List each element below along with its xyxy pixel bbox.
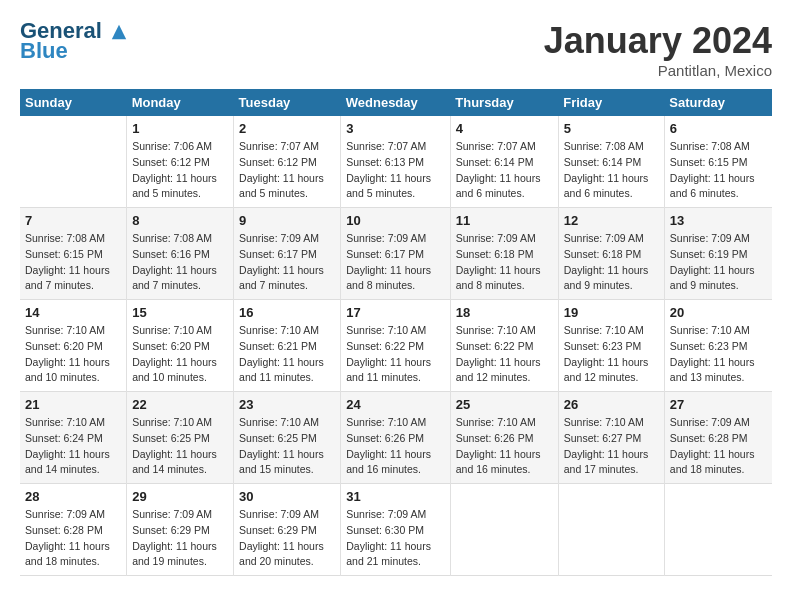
calendar-cell [20,116,127,208]
day-number: 10 [346,213,444,228]
day-number: 7 [25,213,121,228]
calendar-cell: 1Sunrise: 7:06 AMSunset: 6:12 PMDaylight… [127,116,234,208]
day-number: 17 [346,305,444,320]
calendar-cell: 2Sunrise: 7:07 AMSunset: 6:12 PMDaylight… [234,116,341,208]
day-number: 1 [132,121,228,136]
day-number: 3 [346,121,444,136]
weekday-header: Saturday [664,89,772,116]
day-number: 29 [132,489,228,504]
day-info: Sunrise: 7:10 AMSunset: 6:25 PMDaylight:… [239,415,335,478]
day-info: Sunrise: 7:06 AMSunset: 6:12 PMDaylight:… [132,139,228,202]
calendar-cell: 28Sunrise: 7:09 AMSunset: 6:28 PMDayligh… [20,484,127,576]
day-number: 4 [456,121,553,136]
day-number: 18 [456,305,553,320]
day-info: Sunrise: 7:10 AMSunset: 6:21 PMDaylight:… [239,323,335,386]
calendar-cell: 22Sunrise: 7:10 AMSunset: 6:25 PMDayligh… [127,392,234,484]
day-number: 21 [25,397,121,412]
day-number: 11 [456,213,553,228]
day-info: Sunrise: 7:10 AMSunset: 6:22 PMDaylight:… [346,323,444,386]
calendar-cell: 11Sunrise: 7:09 AMSunset: 6:18 PMDayligh… [450,208,558,300]
calendar-cell: 27Sunrise: 7:09 AMSunset: 6:28 PMDayligh… [664,392,772,484]
calendar-week-row: 28Sunrise: 7:09 AMSunset: 6:28 PMDayligh… [20,484,772,576]
day-info: Sunrise: 7:09 AMSunset: 6:30 PMDaylight:… [346,507,444,570]
day-info: Sunrise: 7:09 AMSunset: 6:29 PMDaylight:… [132,507,228,570]
calendar-cell: 9Sunrise: 7:09 AMSunset: 6:17 PMDaylight… [234,208,341,300]
calendar-cell [558,484,664,576]
calendar-cell: 30Sunrise: 7:09 AMSunset: 6:29 PMDayligh… [234,484,341,576]
day-number: 28 [25,489,121,504]
page-header: General Blue January 2024 Pantitlan, Mex… [20,20,772,79]
day-number: 23 [239,397,335,412]
calendar-cell: 19Sunrise: 7:10 AMSunset: 6:23 PMDayligh… [558,300,664,392]
calendar-cell: 16Sunrise: 7:10 AMSunset: 6:21 PMDayligh… [234,300,341,392]
weekday-header: Monday [127,89,234,116]
calendar-cell: 12Sunrise: 7:09 AMSunset: 6:18 PMDayligh… [558,208,664,300]
calendar-cell [664,484,772,576]
day-number: 9 [239,213,335,228]
calendar-cell: 5Sunrise: 7:08 AMSunset: 6:14 PMDaylight… [558,116,664,208]
day-info: Sunrise: 7:10 AMSunset: 6:23 PMDaylight:… [564,323,659,386]
calendar-week-row: 14Sunrise: 7:10 AMSunset: 6:20 PMDayligh… [20,300,772,392]
day-number: 24 [346,397,444,412]
day-number: 25 [456,397,553,412]
day-info: Sunrise: 7:10 AMSunset: 6:24 PMDaylight:… [25,415,121,478]
day-number: 16 [239,305,335,320]
calendar-cell: 17Sunrise: 7:10 AMSunset: 6:22 PMDayligh… [341,300,450,392]
month-title: January 2024 [544,20,772,62]
day-info: Sunrise: 7:08 AMSunset: 6:14 PMDaylight:… [564,139,659,202]
day-number: 2 [239,121,335,136]
day-number: 8 [132,213,228,228]
day-number: 31 [346,489,444,504]
calendar-header: SundayMondayTuesdayWednesdayThursdayFrid… [20,89,772,116]
calendar-cell: 18Sunrise: 7:10 AMSunset: 6:22 PMDayligh… [450,300,558,392]
weekday-header: Wednesday [341,89,450,116]
day-number: 20 [670,305,767,320]
calendar-cell: 14Sunrise: 7:10 AMSunset: 6:20 PMDayligh… [20,300,127,392]
calendar-cell: 3Sunrise: 7:07 AMSunset: 6:13 PMDaylight… [341,116,450,208]
day-number: 19 [564,305,659,320]
title-block: January 2024 Pantitlan, Mexico [544,20,772,79]
day-info: Sunrise: 7:07 AMSunset: 6:12 PMDaylight:… [239,139,335,202]
day-info: Sunrise: 7:10 AMSunset: 6:20 PMDaylight:… [132,323,228,386]
calendar-cell: 25Sunrise: 7:10 AMSunset: 6:26 PMDayligh… [450,392,558,484]
calendar-table: SundayMondayTuesdayWednesdayThursdayFrid… [20,89,772,576]
day-info: Sunrise: 7:09 AMSunset: 6:28 PMDaylight:… [25,507,121,570]
day-number: 13 [670,213,767,228]
day-info: Sunrise: 7:10 AMSunset: 6:26 PMDaylight:… [346,415,444,478]
calendar-week-row: 7Sunrise: 7:08 AMSunset: 6:15 PMDaylight… [20,208,772,300]
day-info: Sunrise: 7:09 AMSunset: 6:17 PMDaylight:… [346,231,444,294]
location: Pantitlan, Mexico [544,62,772,79]
calendar-cell: 13Sunrise: 7:09 AMSunset: 6:19 PMDayligh… [664,208,772,300]
day-number: 12 [564,213,659,228]
weekday-header: Friday [558,89,664,116]
calendar-cell: 29Sunrise: 7:09 AMSunset: 6:29 PMDayligh… [127,484,234,576]
calendar-cell: 10Sunrise: 7:09 AMSunset: 6:17 PMDayligh… [341,208,450,300]
day-number: 6 [670,121,767,136]
day-info: Sunrise: 7:08 AMSunset: 6:15 PMDaylight:… [25,231,121,294]
day-info: Sunrise: 7:08 AMSunset: 6:15 PMDaylight:… [670,139,767,202]
calendar-cell: 7Sunrise: 7:08 AMSunset: 6:15 PMDaylight… [20,208,127,300]
calendar-cell: 8Sunrise: 7:08 AMSunset: 6:16 PMDaylight… [127,208,234,300]
logo: General Blue [20,20,128,64]
weekday-header: Thursday [450,89,558,116]
calendar-cell: 4Sunrise: 7:07 AMSunset: 6:14 PMDaylight… [450,116,558,208]
day-info: Sunrise: 7:09 AMSunset: 6:18 PMDaylight:… [564,231,659,294]
day-number: 5 [564,121,659,136]
day-info: Sunrise: 7:09 AMSunset: 6:17 PMDaylight:… [239,231,335,294]
day-number: 22 [132,397,228,412]
weekday-header: Sunday [20,89,127,116]
calendar-cell: 24Sunrise: 7:10 AMSunset: 6:26 PMDayligh… [341,392,450,484]
day-number: 30 [239,489,335,504]
day-info: Sunrise: 7:08 AMSunset: 6:16 PMDaylight:… [132,231,228,294]
calendar-cell: 6Sunrise: 7:08 AMSunset: 6:15 PMDaylight… [664,116,772,208]
weekday-header: Tuesday [234,89,341,116]
day-info: Sunrise: 7:09 AMSunset: 6:28 PMDaylight:… [670,415,767,478]
calendar-cell [450,484,558,576]
day-info: Sunrise: 7:10 AMSunset: 6:27 PMDaylight:… [564,415,659,478]
day-number: 15 [132,305,228,320]
calendar-week-row: 21Sunrise: 7:10 AMSunset: 6:24 PMDayligh… [20,392,772,484]
calendar-cell: 26Sunrise: 7:10 AMSunset: 6:27 PMDayligh… [558,392,664,484]
calendar-cell: 21Sunrise: 7:10 AMSunset: 6:24 PMDayligh… [20,392,127,484]
day-info: Sunrise: 7:10 AMSunset: 6:23 PMDaylight:… [670,323,767,386]
calendar-cell: 15Sunrise: 7:10 AMSunset: 6:20 PMDayligh… [127,300,234,392]
